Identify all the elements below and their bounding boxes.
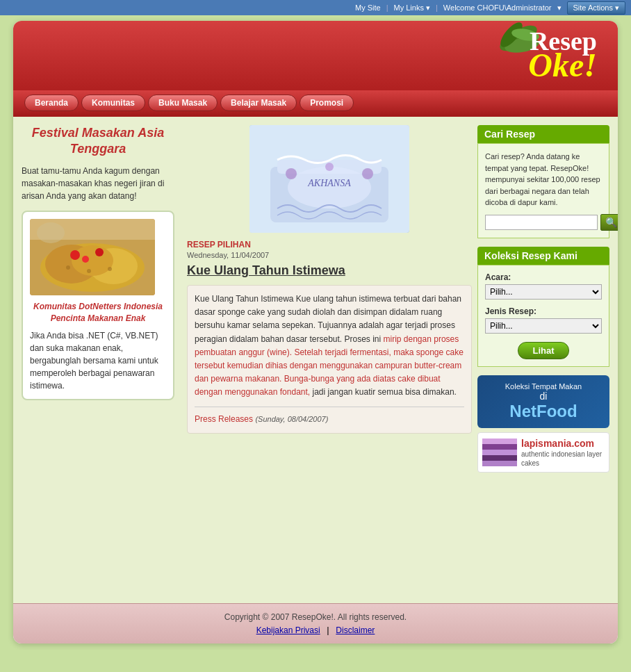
search-input[interactable] bbox=[485, 215, 598, 230]
cake-svg: AKHANSA bbox=[249, 125, 409, 233]
nav-promosi[interactable]: Promosi bbox=[300, 95, 354, 111]
copyright-text: Copyright © 2007 ResepOke!. All rights r… bbox=[224, 612, 407, 622]
lapismania-image bbox=[482, 439, 517, 466]
lapismania-brand: lapismania.com bbox=[521, 437, 605, 450]
pastry-svg bbox=[30, 219, 155, 295]
sep2: | bbox=[436, 3, 438, 12]
my-links-label: My Links bbox=[394, 3, 424, 12]
main-wrapper: Resep Oke! Beranda Komunitas Buku Masak … bbox=[13, 21, 618, 644]
site-footer: Copyright © 2007 ResepOke!. All rights r… bbox=[13, 603, 618, 644]
press-date: (Sunday, 08/04/2007) bbox=[255, 415, 328, 423]
search-button[interactable]: 🔍 bbox=[600, 214, 618, 231]
koleksi-box: Acara: Pilih... Jenis Resep: Pilih... Li… bbox=[477, 265, 609, 367]
lapismania-domain: .com bbox=[571, 438, 594, 449]
press-releases: Press Releases (Sunday, 08/04/2007) bbox=[195, 407, 464, 426]
content-area: Festival Masakan Asia Tenggara Buat tamu… bbox=[13, 117, 618, 603]
middle-column: AKHANSA RESEP PILIHAN Wednesday, 11/04/2… bbox=[181, 125, 477, 595]
footer-sep: | bbox=[327, 625, 329, 635]
my-site-link[interactable]: My Site bbox=[355, 3, 381, 12]
site-header: Resep Oke! bbox=[13, 21, 618, 90]
svg-rect-29 bbox=[482, 455, 517, 461]
top-bar: My Site | My Links ▾ | Welcome CHOFU\Adm… bbox=[0, 0, 631, 15]
netfood-di: di bbox=[484, 391, 603, 402]
svg-point-23 bbox=[362, 168, 373, 179]
disclaimer-link[interactable]: Disclaimer bbox=[336, 625, 375, 635]
svg-rect-26 bbox=[482, 439, 517, 444]
site-actions-button[interactable]: Site Actions ▾ bbox=[567, 1, 625, 15]
nav-belajar-masak[interactable]: Belajar Masak bbox=[220, 95, 297, 111]
svg-point-9 bbox=[70, 250, 80, 260]
right-column: Cari Resep Cari resep? Anda datang ke te… bbox=[477, 125, 609, 595]
netfood-ad[interactable]: Koleksi Tempat Makan di NetFood bbox=[477, 375, 609, 428]
svg-text:AKHANSA: AKHANSA bbox=[307, 178, 351, 188]
svg-rect-30 bbox=[482, 461, 517, 466]
lapismania-ad[interactable]: lapismania.com authentic indonesian laye… bbox=[477, 432, 609, 473]
welcome-text: Welcome CHOFU\Administrator bbox=[443, 3, 552, 12]
search-box: Cari resep? Anda datang ke tempat yang t… bbox=[477, 143, 609, 238]
jenis-label: Jenis Resep: bbox=[485, 306, 602, 316]
svg-point-16 bbox=[37, 222, 65, 243]
festival-title: Festival Masakan Asia Tenggara bbox=[22, 125, 174, 158]
lihat-button[interactable]: Lihat bbox=[518, 342, 568, 359]
site-actions-label: Site Actions bbox=[573, 3, 613, 12]
sep1: | bbox=[386, 3, 388, 12]
footer-links: Kebijakan Privasi | Disclaimer bbox=[22, 625, 609, 635]
recipe-body-text: Kue Ulang Tahun Istimewa Kue ulang tahun… bbox=[195, 294, 464, 397]
lapismania-text: lapismania.com authentic indonesian laye… bbox=[521, 437, 605, 468]
search-section-title: Cari Resep bbox=[477, 125, 609, 143]
nav-beranda[interactable]: Beranda bbox=[24, 95, 79, 111]
lapismania-svg bbox=[482, 439, 517, 466]
kebijakan-link[interactable]: Kebijakan Privasi bbox=[256, 625, 320, 635]
recipe-title[interactable]: Kue Ulang Tahun Istimewa bbox=[187, 263, 472, 278]
lapismania-desc: authentic indonesian layer cakes bbox=[521, 450, 605, 468]
nav-buku-masak[interactable]: Buku Masak bbox=[148, 95, 218, 111]
left-column: Festival Masakan Asia Tenggara Buat tamu… bbox=[22, 125, 181, 595]
footer-copyright: Copyright © 2007 ResepOke!. All rights r… bbox=[22, 612, 609, 622]
community-image bbox=[30, 219, 155, 295]
svg-point-11 bbox=[82, 256, 89, 263]
svg-point-10 bbox=[95, 248, 104, 256]
jenis-select[interactable]: Pilih... bbox=[485, 318, 602, 334]
svg-rect-28 bbox=[482, 450, 517, 455]
svg-point-8 bbox=[72, 245, 113, 276]
lapismania-brand-name: lapismania bbox=[521, 438, 571, 449]
welcome-arrow: ▾ bbox=[557, 3, 562, 13]
acara-label: Acara: bbox=[485, 272, 602, 282]
community-desc: Jika Anda bisa .NET (C#, VB.NET) dan suk… bbox=[30, 329, 166, 392]
recipe-content: Kue Ulang Tahun Istimewa Kue ulang tahun… bbox=[187, 285, 472, 434]
acara-select[interactable]: Pilih... bbox=[485, 284, 602, 300]
netfood-brand: NetFood bbox=[484, 402, 603, 421]
highlight-mirip: mirip dengan proses pembuatan anggur (wi… bbox=[195, 334, 464, 398]
recipe-label: RESEP PILIHAN bbox=[187, 240, 472, 249]
search-icon: 🔍 bbox=[605, 217, 617, 228]
netfood-small: Koleksi Tempat Makan bbox=[484, 382, 603, 391]
festival-desc: Buat tamu-tamu Anda kagum dengan masakan… bbox=[22, 165, 174, 202]
recipe-date: Wednesday, 11/04/2007 bbox=[187, 251, 472, 259]
press-releases-link[interactable]: Press Releases bbox=[195, 414, 253, 424]
site-logo: Resep Oke! bbox=[528, 28, 597, 82]
svg-rect-27 bbox=[482, 444, 517, 450]
svg-point-14 bbox=[87, 269, 91, 273]
main-nav: Beranda Komunitas Buku Masak Belajar Mas… bbox=[13, 90, 618, 117]
community-box: Komunitas DotNetters Indonesia Pencinta … bbox=[22, 211, 174, 401]
logo-oke: Oke! bbox=[528, 49, 597, 82]
svg-point-12 bbox=[66, 265, 70, 270]
search-row: 🔍 bbox=[485, 214, 602, 231]
svg-point-24 bbox=[325, 163, 334, 171]
my-links-link[interactable]: My Links ▾ bbox=[394, 3, 430, 13]
search-description: Cari resep? Anda datang ke tempat yang t… bbox=[485, 151, 602, 208]
my-links-arrow: ▾ bbox=[426, 3, 430, 12]
svg-point-22 bbox=[286, 168, 297, 179]
svg-point-13 bbox=[108, 267, 112, 271]
site-actions-arrow: ▾ bbox=[615, 3, 619, 13]
community-title: Komunitas DotNetters Indonesia Pencinta … bbox=[30, 301, 166, 325]
nav-komunitas[interactable]: Komunitas bbox=[81, 95, 145, 111]
koleksi-section-title: Koleksi Resep Kami bbox=[477, 247, 609, 265]
recipe-image: AKHANSA bbox=[249, 125, 409, 233]
